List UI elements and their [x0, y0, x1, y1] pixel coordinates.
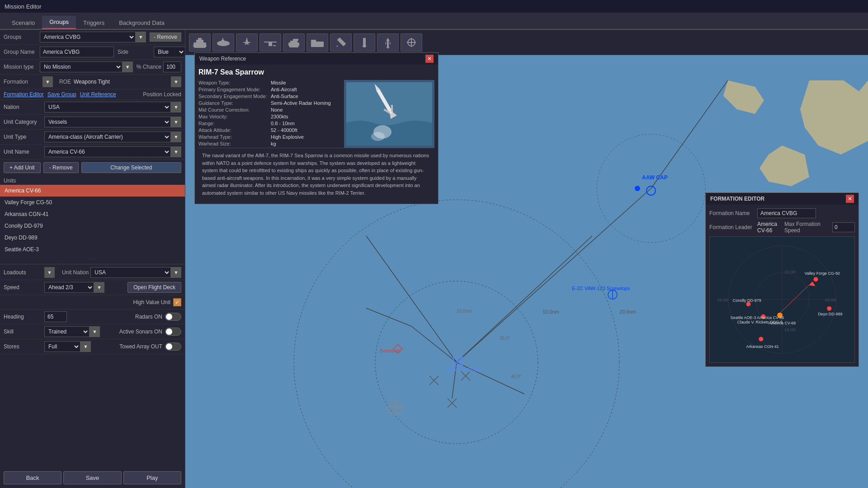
heading-input[interactable] [44, 311, 67, 322]
skill-select[interactable]: Trained [44, 326, 90, 337]
fighter-icon[interactable] [236, 33, 258, 52]
hvu-checkbox[interactable]: ✓ [173, 298, 181, 306]
unit-item-0[interactable]: America CV-66 [0, 185, 185, 197]
svg-marker-31 [723, 80, 764, 114]
stores-select[interactable]: Full [44, 341, 80, 352]
weapon-ref-close-btn[interactable]: ✕ [425, 55, 434, 63]
formation-arrow[interactable]: ▼ [42, 76, 53, 87]
map-area[interactable]: 10.0nm 20.0nm AAW CAP E-2C VAW-123 Screw… [185, 30, 868, 488]
svg-point-12 [269, 42, 271, 43]
warhead-size-value: kg [271, 141, 276, 146]
side-select[interactable]: Blue [154, 47, 185, 57]
loadouts-label: Loadouts [4, 269, 44, 276]
fe-max-speed-input[interactable] [832, 222, 855, 232]
folder-icon[interactable] [307, 33, 328, 52]
unit-category-select[interactable]: Vessels [44, 117, 171, 127]
towed-array-toggle[interactable] [165, 343, 181, 351]
target-icon[interactable] [401, 33, 422, 52]
svg-point-21 [363, 45, 366, 47]
primary-label: Primary Engagement Mode: [198, 87, 271, 92]
svg-point-71 [394, 406, 397, 409]
unit-category-arrow[interactable]: ▼ [171, 117, 181, 127]
mission-type-label: Mission type [4, 64, 40, 70]
mission-type-arrow[interactable]: ▼ [123, 61, 133, 72]
midcourse-value: None [271, 107, 283, 113]
unit-nation-select[interactable]: USA [90, 267, 171, 278]
unit-name-select[interactable]: America CV-66 [44, 146, 171, 157]
svg-text:10.00: 10.00 [825, 297, 836, 302]
svg-line-44 [366, 308, 411, 326]
nation-arrow[interactable]: ▼ [171, 102, 181, 113]
groups-select[interactable]: America CVBG [40, 32, 136, 42]
units-label: Units [4, 178, 26, 184]
helicopter-icon[interactable] [259, 33, 281, 52]
unit-name-arrow[interactable]: ▼ [171, 146, 181, 157]
unit-item-3[interactable]: Conolly DD-979 [0, 220, 185, 232]
tank-icon[interactable] [283, 33, 305, 52]
pencil-icon[interactable] [330, 33, 352, 52]
group-name-input[interactable] [40, 47, 114, 57]
loadouts-arrow[interactable]: ▼ [44, 267, 55, 278]
unit-item-1[interactable]: Valley Forge CG-50 [0, 197, 185, 208]
roe-arrow[interactable]: ▼ [171, 76, 181, 87]
svg-text:10.0nm: 10.0nm [542, 309, 559, 314]
weapon-stats: Weapon Type: Missile Primary Engagement … [198, 80, 340, 148]
tab-scenario[interactable]: Scenario [5, 17, 42, 29]
tab-triggers[interactable]: Triggers [76, 17, 112, 29]
svg-text:20.0nm: 20.0nm [619, 309, 636, 314]
fe-close-btn[interactable]: ✕ [846, 195, 854, 203]
svg-text:10.00: 10.00 [717, 297, 728, 302]
ship-icon[interactable] [189, 33, 211, 52]
speed-select[interactable]: Ahead 2/3 [44, 282, 94, 293]
stores-arrow[interactable]: ▼ [80, 341, 91, 352]
unit-actions: + Add Unit - Remove Change Selected [0, 160, 185, 176]
add-unit-btn[interactable]: + Add Unit [4, 162, 41, 173]
save-group-link[interactable]: Save Group [47, 91, 76, 98]
fe-leader-value: America CV-66 [757, 221, 778, 234]
svg-rect-15 [290, 41, 297, 43]
tab-background-data[interactable]: Background Data [112, 17, 171, 29]
unit-item-4[interactable]: Deyo DD-989 [0, 232, 185, 244]
unit-reference-link[interactable]: Unit Reference [80, 91, 116, 98]
remove-unit-btn[interactable]: - Remove [43, 162, 79, 173]
svg-marker-8 [242, 42, 251, 43]
unit-nation-arrow[interactable]: ▼ [171, 267, 181, 278]
mission-type-select[interactable]: No Mission [40, 61, 123, 72]
play-btn[interactable]: Play [123, 471, 181, 484]
skill-arrow[interactable]: ▼ [90, 326, 100, 337]
formation-editor-link[interactable]: Formation Editor [4, 91, 44, 98]
save-btn[interactable]: Save [63, 471, 121, 484]
tab-groups[interactable]: Groups [42, 16, 76, 29]
svg-marker-26 [390, 41, 391, 44]
unit-item-5[interactable]: Seattle AOE-3 [0, 244, 185, 255]
missile-icon[interactable] [377, 33, 399, 52]
submarine-icon[interactable] [212, 33, 234, 52]
unit-category-label: Unit Category [4, 119, 44, 125]
active-sonars-toggle[interactable] [165, 328, 181, 336]
unit-type-select[interactable]: America-class (Aircraft Carrier) [44, 131, 171, 142]
open-flight-deck-btn[interactable]: Open Flight Deck [127, 282, 181, 293]
change-selected-btn[interactable]: Change Selected [81, 162, 181, 173]
weapon-body: Weapon Type: Missile Primary Engagement … [198, 80, 434, 148]
hvu-row: High Value Unit ✓ [0, 295, 185, 310]
svg-line-40 [651, 80, 728, 188]
nation-select[interactable]: USA [44, 102, 171, 113]
svg-marker-30 [800, 80, 868, 155]
weapon-ref-content: RIM-7 Sea Sparrow Weapon Type: Missile P… [195, 65, 438, 204]
speed-arrow[interactable]: ▼ [94, 282, 104, 293]
skill-label: Skill [4, 328, 44, 335]
unit-type-arrow[interactable]: ▼ [171, 131, 181, 142]
groups-remove-btn[interactable]: - Remove [150, 33, 181, 42]
weapon-type-label: Weapon Type: [198, 80, 271, 85]
groups-dropdown-arrow[interactable]: ▼ [136, 32, 146, 42]
fe-content: Formation Name Formation Leader America … [706, 205, 859, 366]
editor-bar: Formation Editor Save Group Unit Referen… [0, 89, 185, 100]
radars-toggle[interactable] [165, 313, 181, 321]
units-section: Units America CV-66 Valley Forge CG-50 A… [0, 176, 185, 263]
brush-icon[interactable] [354, 33, 375, 52]
chance-input[interactable] [163, 61, 181, 72]
back-btn[interactable]: Back [4, 471, 61, 484]
fe-formation-name-input[interactable] [757, 208, 816, 218]
title-text: Mission Editor [5, 3, 42, 10]
unit-item-2[interactable]: Arkansas CGN-41 [0, 208, 185, 220]
